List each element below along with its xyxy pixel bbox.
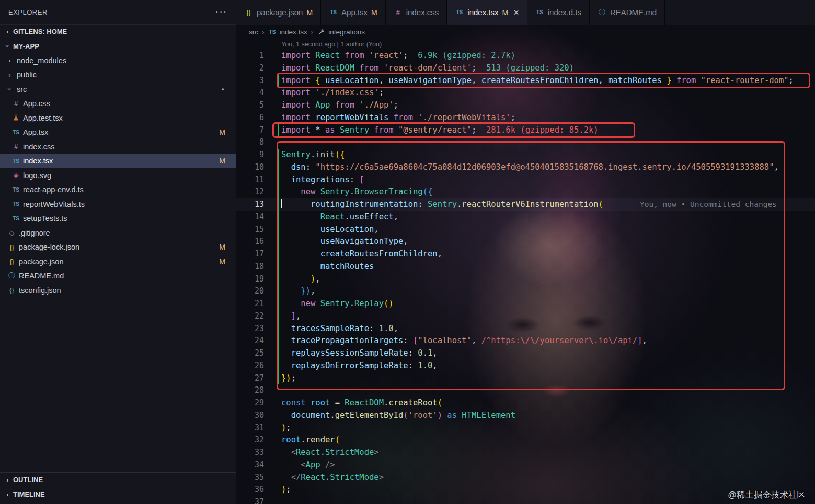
code-line-35[interactable]: 35 </React.StrictMode> bbox=[236, 472, 815, 484]
ts-icon: TS bbox=[329, 9, 338, 15]
code-line-17[interactable]: 17 createRoutesFromChildren, bbox=[236, 248, 815, 261]
tab-index.css[interactable]: #index.css bbox=[386, 0, 447, 25]
gitlens-codelens[interactable]: You, 1 second ago | 1 author (You) bbox=[236, 39, 815, 50]
line-number: 25 bbox=[236, 347, 264, 360]
code-line-4[interactable]: 4import './index.css'; bbox=[236, 87, 815, 99]
code-line-18[interactable]: 18 matchRoutes bbox=[236, 261, 815, 273]
tree-item-label: src bbox=[17, 85, 27, 93]
code-line-28[interactable]: 28 bbox=[236, 384, 815, 397]
tree-item-package-lock.json[interactable]: {}package-lock.jsonM bbox=[0, 240, 236, 255]
line-number: 28 bbox=[236, 384, 264, 397]
code-line-27[interactable]: 27}); bbox=[236, 372, 815, 385]
more-actions-icon[interactable]: ··· bbox=[215, 7, 227, 17]
code-line-9[interactable]: 9Sentry.init({ bbox=[236, 149, 815, 161]
code-line-16[interactable]: 16 useNavigationType, bbox=[236, 236, 815, 248]
tree-item-reportWebVitals.ts[interactable]: TSreportWebVitals.ts bbox=[0, 197, 236, 212]
inline-blame: You, now • Uncommitted changes bbox=[640, 200, 777, 208]
tab-App.tsx[interactable]: TSApp.tsxM bbox=[321, 0, 386, 25]
css-icon: # bbox=[12, 143, 20, 150]
code-line-10[interactable]: 10 dsn: "https://c6a5ae69a8604c75a084d12… bbox=[236, 161, 815, 174]
code-line-21[interactable]: 21 new Sentry.Replay() bbox=[236, 298, 815, 310]
code-line-32[interactable]: 32root.render( bbox=[236, 434, 815, 447]
section-gitlens-home[interactable]: › GITLENS: HOME bbox=[0, 24, 236, 39]
breadcrumb-label: index.tsx bbox=[280, 28, 307, 36]
tab-README.md[interactable]: ⓘREADME.md bbox=[590, 0, 665, 25]
git-gutter bbox=[264, 149, 281, 161]
code-line-30[interactable]: 30 document.getElementById('root') as HT… bbox=[236, 409, 815, 422]
gitlens-section-label: GITLENS: HOME bbox=[13, 28, 67, 36]
line-number: 23 bbox=[236, 323, 264, 335]
breadcrumb-item-src[interactable]: src bbox=[249, 28, 258, 36]
code-line-29[interactable]: 29const root = ReactDOM.createRoot( bbox=[236, 397, 815, 409]
code-line-26[interactable]: 26 replaysOnErrorSampleRate: 1.0, bbox=[236, 360, 815, 372]
code-line-25[interactable]: 25 replaysSessionSampleRate: 0.1, bbox=[236, 347, 815, 360]
tree-item-react-app-env.d.ts[interactable]: TSreact-app-env.d.ts bbox=[0, 183, 236, 197]
code-line-31[interactable]: 31); bbox=[236, 422, 815, 435]
code-line-1[interactable]: 1import React from 'react'; 6.9k (gzippe… bbox=[236, 50, 815, 62]
tree-item-label: App.css bbox=[23, 99, 50, 108]
code-line-3[interactable]: 3import { useLocation, useNavigationType… bbox=[236, 75, 815, 87]
tree-item-App.test.tsx[interactable]: App.test.tsx bbox=[0, 111, 236, 125]
css-icon: # bbox=[12, 100, 20, 108]
breadcrumb-label: integrations bbox=[328, 28, 365, 36]
tree-item-App.tsx[interactable]: TSApp.tsxM bbox=[0, 125, 236, 140]
code-text: import ReactDOM from 'react-dom/client';… bbox=[281, 62, 574, 75]
git-gutter bbox=[264, 384, 281, 397]
code-line-15[interactable]: 15 useLocation, bbox=[236, 224, 815, 236]
section-timeline[interactable]: › TIMELINE bbox=[0, 487, 236, 501]
code-line-22[interactable]: 22 ], bbox=[236, 310, 815, 323]
code-line-7[interactable]: 7import * as Sentry from "@sentry/react"… bbox=[236, 124, 815, 137]
code-editor[interactable]: You, 1 second ago | 1 author (You) 1impo… bbox=[236, 39, 815, 504]
git-icon: ◇ bbox=[7, 229, 16, 237]
code-line-23[interactable]: 23 tracesSampleRate: 1.0, bbox=[236, 323, 815, 335]
git-gutter bbox=[264, 323, 281, 335]
tab-index.tsx[interactable]: TSindex.tsxM× bbox=[447, 0, 527, 25]
code-line-2[interactable]: 2import ReactDOM from 'react-dom/client'… bbox=[236, 62, 815, 75]
section-outline[interactable]: › OUTLINE bbox=[0, 472, 236, 487]
tree-item-label: App.tsx bbox=[23, 128, 48, 136]
tree-item-App.css[interactable]: #App.css bbox=[0, 97, 236, 111]
code-line-6[interactable]: 6import reportWebVitals from './reportWe… bbox=[236, 112, 815, 124]
git-gutter bbox=[264, 360, 281, 372]
code-line-14[interactable]: 14 React.useEffect, bbox=[236, 211, 815, 224]
tree-item-node_modules[interactable]: ›node_modules bbox=[0, 53, 236, 68]
code-line-20[interactable]: 20 }), bbox=[236, 285, 815, 298]
tab-package.json[interactable]: {}package.jsonM bbox=[236, 0, 321, 25]
code-text: import App from './App'; bbox=[281, 99, 398, 112]
tree-item-logo.svg[interactable]: ◈logo.svg bbox=[0, 168, 236, 183]
tree-item-.gitignore[interactable]: ◇.gitignore bbox=[0, 226, 236, 240]
section-project-root[interactable]: › MY-APP bbox=[0, 39, 236, 53]
breadcrumb-item-index.tsx[interactable]: TSindex.tsx bbox=[268, 28, 307, 36]
tree-item-tsconfig.json[interactable]: {}tsconfig.json bbox=[0, 283, 236, 298]
tree-item-setupTests.ts[interactable]: TSsetupTests.ts bbox=[0, 212, 236, 226]
code-line-8[interactable]: 8 bbox=[236, 136, 815, 149]
explorer-header: EXPLORER ··· bbox=[0, 0, 236, 24]
code-line-11[interactable]: 11 integrations: [ bbox=[236, 174, 815, 186]
tree-item-label: react-app-env.d.ts bbox=[23, 185, 84, 194]
tree-item-index.css[interactable]: #index.css bbox=[0, 139, 236, 154]
breadcrumb-item-integrations[interactable]: integrations bbox=[317, 28, 365, 36]
modified-badge: M bbox=[219, 257, 225, 266]
close-icon[interactable]: × bbox=[513, 8, 519, 17]
breadcrumb-separator-icon: › bbox=[311, 28, 314, 36]
code-line-33[interactable]: 33 <React.StrictMode> bbox=[236, 447, 815, 459]
code-text: matchRoutes bbox=[281, 261, 374, 273]
code-line-19[interactable]: 19 ), bbox=[236, 273, 815, 286]
tree-item-package.json[interactable]: {}package.jsonM bbox=[0, 254, 236, 269]
code-line-12[interactable]: 12 new Sentry.BrowserTracing({ bbox=[236, 186, 815, 198]
code-text: const root = ReactDOM.createRoot( bbox=[281, 397, 442, 409]
code-line-13[interactable]: 13 routingInstrumentation: Sentry.reactR… bbox=[236, 198, 815, 211]
code-text: new Sentry.Replay() bbox=[281, 298, 394, 310]
tree-item-src[interactable]: ›src● bbox=[0, 82, 236, 97]
code-line-5[interactable]: 5import App from './App'; bbox=[236, 99, 815, 112]
tree-item-index.tsx[interactable]: TSindex.tsxM bbox=[0, 154, 236, 169]
code-line-34[interactable]: 34 <App /> bbox=[236, 459, 815, 472]
git-gutter bbox=[264, 434, 281, 447]
tab-label: index.tsx bbox=[467, 8, 498, 17]
line-number: 24 bbox=[236, 335, 264, 347]
tree-item-public[interactable]: ›public bbox=[0, 68, 236, 83]
code-line-24[interactable]: 24 tracePropagationTargets: ["localhost"… bbox=[236, 335, 815, 347]
code-text: <React.StrictMode> bbox=[281, 447, 379, 459]
tab-index.d.ts[interactable]: TSindex.d.ts bbox=[527, 0, 590, 25]
tree-item-README.md[interactable]: ⓘREADME.md bbox=[0, 269, 236, 284]
